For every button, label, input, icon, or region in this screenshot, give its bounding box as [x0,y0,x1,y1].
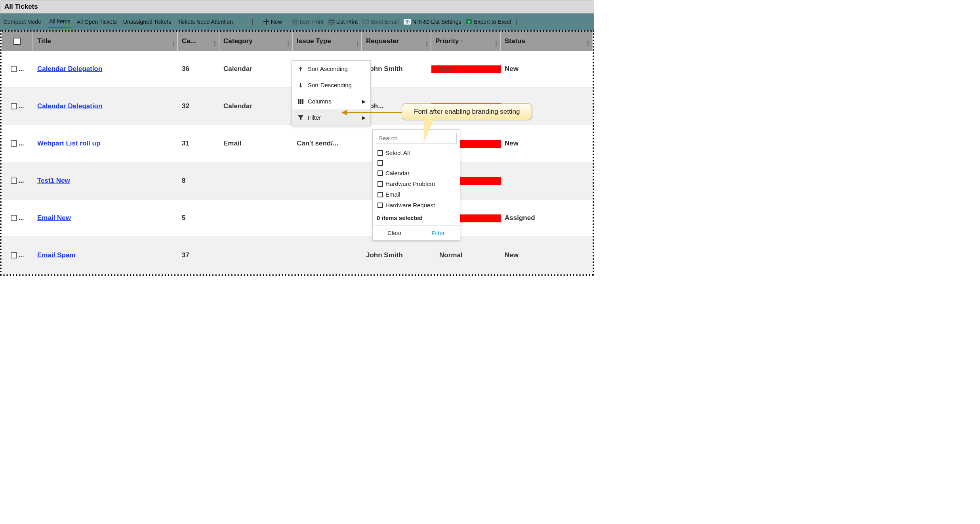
list-print-button[interactable]: List Print [326,17,360,27]
cell-ca: 36 [178,65,219,73]
col-menu-trigger[interactable] [288,36,289,46]
filter-opt-select-all[interactable]: Select All [377,147,456,158]
nitro-settings-button[interactable]: NITRO List Settings [401,17,464,27]
checkbox-icon[interactable] [11,66,17,72]
ticket-link[interactable]: Test1 New [37,177,70,184]
row-select[interactable]: ... [2,177,33,185]
send-email-button[interactable]: Send Email [360,17,401,27]
col-requester[interactable]: Requester [362,32,431,51]
svg-text:x: x [468,20,470,24]
toolbar-divider [287,17,287,27]
chevron-right-icon: ▶ [362,115,366,120]
row-select[interactable]: ... [2,251,33,259]
svg-rect-0 [293,19,297,21]
callout-text: Font after enabling branding setting [402,103,532,120]
cell-category: Calendar [219,102,293,110]
send-email-label: Send Email [370,19,399,25]
col-menu-trigger[interactable] [357,36,358,46]
table-row[interactable]: ...Test1 New8igh [2,163,593,200]
view-all-items[interactable]: All Items [48,16,71,28]
row-select[interactable]: ... [2,65,33,73]
view-unassigned[interactable]: Unassigned Tickets [122,16,172,27]
toolbar: Compact Mode All Items All Open Tickets … [0,13,594,30]
col-menu-trigger[interactable] [426,36,427,46]
checkbox-icon [378,181,383,187]
checkbox-icon [378,170,383,176]
ticket-link[interactable]: Webpart List roll up [37,140,100,147]
filter-search-input[interactable] [379,135,454,142]
filter-opt[interactable]: Calendar [377,168,456,178]
menu-sort-asc[interactable]: Sort Ascending [292,61,370,77]
print-icon [328,19,335,25]
filter-opt[interactable]: Hardware Request [377,200,456,210]
new-label: New [271,19,282,25]
checkbox-icon[interactable] [13,38,21,45]
kebab-icon [252,19,253,25]
ticket-link[interactable]: Email Spam [37,251,75,259]
view-all-open[interactable]: All Open Tickets [76,16,118,27]
cell-title: Test1 New [33,177,178,185]
col-title[interactable]: Title [33,32,178,51]
ticket-table: Title Ca... Category Issue Type Requeste… [0,30,594,276]
col-priority[interactable]: Priority↑ [431,32,501,51]
eye-icon [404,19,411,25]
cell-issue-type: Can't send/... [293,140,362,147]
cell-ca: 32 [178,102,219,110]
new-button[interactable]: New [261,17,284,27]
menu-sort-desc[interactable]: Sort Descending [292,77,370,93]
row-menu-icon[interactable]: ... [18,214,24,222]
filter-clear-button[interactable]: Clear [373,226,416,240]
arrow-down-icon [297,82,304,88]
col-select[interactable] [2,32,33,51]
filter-opt[interactable]: Hardware Problem [377,178,456,189]
col-menu-trigger[interactable] [214,36,215,46]
col-ca[interactable]: Ca... [178,32,219,51]
row-menu-icon[interactable]: ... [18,102,24,110]
checkbox-icon [378,160,383,166]
row-menu-icon[interactable]: ... [18,177,24,185]
checkbox-icon[interactable] [11,178,17,184]
checkbox-icon [378,192,383,197]
ticket-link[interactable]: Calendar Delegation [37,102,102,110]
row-menu-icon[interactable]: ... [18,251,24,259]
table-row[interactable]: ...Email New5ighAssigned [2,200,593,237]
col-menu-trigger[interactable] [173,36,174,46]
row-select[interactable]: ... [2,140,33,147]
row-select[interactable]: ... [2,102,33,110]
table-row[interactable]: ...Webpart List roll up31EmailCan't send… [2,125,593,163]
col-category[interactable]: Category [219,32,293,51]
row-select[interactable]: ... [2,214,33,222]
col-status[interactable]: Status [501,32,593,51]
toolbar-overflow[interactable] [514,18,520,26]
checkbox-icon[interactable] [11,103,17,109]
columns-icon [297,98,304,105]
cell-title: Email Spam [33,251,178,259]
filter-apply-button[interactable]: Filter [416,226,460,240]
filter-opt-blank[interactable] [377,158,456,168]
excel-icon: x [466,19,472,25]
checkbox-icon[interactable] [11,215,17,221]
row-menu-icon[interactable]: ... [18,65,24,73]
col-menu-trigger[interactable] [587,36,589,46]
filter-search[interactable] [376,133,457,143]
ticket-link[interactable]: Email New [37,214,71,222]
menu-columns[interactable]: Columns ▶ [292,93,370,109]
item-print-button[interactable]: Item Print [290,17,326,27]
filter-opt[interactable]: Email [377,189,456,200]
checkbox-icon[interactable] [11,140,17,147]
ticket-link[interactable]: Calendar Delegation [37,65,102,73]
col-menu-trigger[interactable] [496,36,497,46]
checkbox-icon[interactable] [11,252,17,258]
cell-title: Webpart List roll up [33,140,178,147]
cell-requester: John Smith [362,65,431,73]
row-menu-icon[interactable]: ... [18,140,24,147]
export-excel-button[interactable]: x Export to Excel [463,17,513,27]
annotation-callout: Font after enabling branding setting [402,103,532,120]
export-label: Export to Excel [474,19,511,25]
views-overflow[interactable] [250,18,255,26]
compact-mode-toggle[interactable]: Compact Mode [4,19,41,25]
table-row[interactable]: ...Email Spam37John SmithNormalNew [2,237,593,274]
col-issue-type[interactable]: Issue Type [293,32,362,51]
view-need-attention[interactable]: Tickets Need Attention [177,16,234,27]
filter-panel: Select All Calendar Hardware Problem Ema… [372,129,460,241]
